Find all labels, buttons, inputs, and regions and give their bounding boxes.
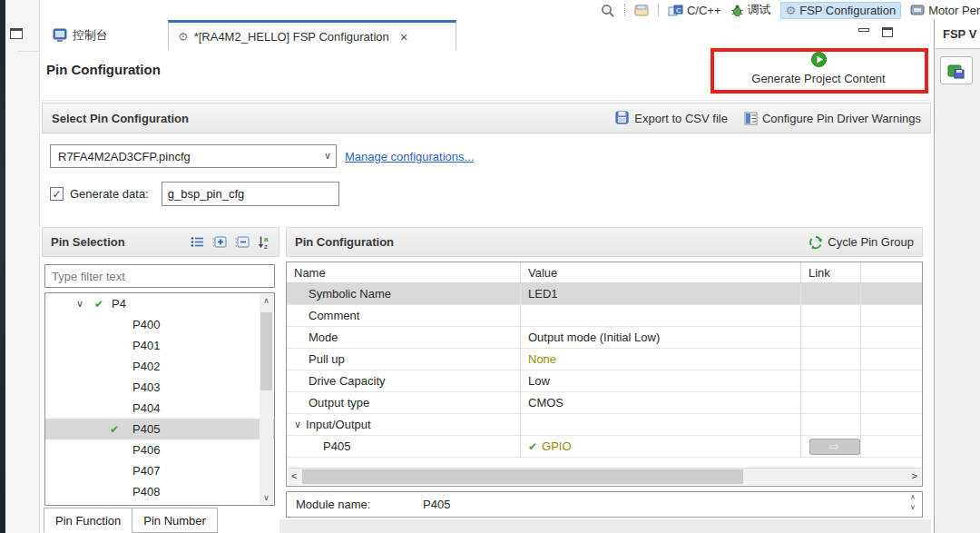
pin-tree[interactable]: ∨ ✔ P4 P400 P401 P402 P403 P404 ✔ P405 P…	[44, 292, 275, 506]
collapse-all-icon[interactable]	[235, 235, 250, 249]
cpp-perspective-icon: C	[668, 4, 683, 17]
tree-item-p401[interactable]: P401	[45, 335, 274, 356]
minimized-view-bar	[5, 0, 40, 533]
cycle-pin-group-label: Cycle Pin Group	[828, 235, 914, 249]
tree-item-p405-selected[interactable]: ✔ P405	[45, 419, 274, 439]
divider	[18, 51, 38, 52]
export-csv-label: Export to CSV file	[634, 112, 728, 125]
export-to-csv-button[interactable]: Export to CSV file	[615, 111, 728, 125]
tree-item-p408[interactable]: P408	[45, 481, 274, 502]
tree-item-p400[interactable]: P400	[45, 314, 274, 335]
table-horizontal-scrollbar[interactable]: < >	[288, 468, 921, 485]
generate-project-content-button[interactable]: Generate Project Content	[716, 52, 921, 85]
table-row[interactable]: Symbolic Name LED1	[287, 283, 922, 305]
row-name: Mode	[287, 327, 521, 348]
bug-icon	[730, 4, 744, 17]
restore-view-icon[interactable]	[10, 28, 23, 39]
scroll-up-icon[interactable]: ∧	[260, 296, 273, 305]
cycle-pin-group-button[interactable]: Cycle Pin Group	[808, 235, 914, 250]
row-value[interactable]: Low	[521, 370, 801, 391]
table-row[interactable]: Pull up None	[287, 349, 922, 370]
check-icon: ✔	[110, 423, 119, 436]
tree-item-label: P4	[112, 297, 126, 311]
pin-view-tabs: Pin Function Pin Number	[44, 508, 218, 533]
tab-fsp-configuration[interactable]: ⚙ *[RA4M2_HELLO] FSP Configuration ×	[168, 20, 456, 50]
tree-item-label: P407	[132, 464, 160, 478]
table-header-row: Name Value Link	[287, 262, 922, 283]
tab-fsp-view[interactable]: FSP V	[935, 20, 980, 49]
tab-console[interactable]: 控制台	[44, 20, 166, 50]
tree-item-p404[interactable]: P404	[45, 398, 274, 419]
row-value[interactable]: None	[521, 349, 801, 370]
row-value[interactable]: Output mode (Initial Low)	[521, 327, 801, 348]
link-arrow-button[interactable]: ⇨	[809, 439, 860, 455]
scrollbar-thumb[interactable]	[260, 312, 272, 390]
save-perspective-icon[interactable]	[634, 4, 649, 17]
pin-selection-header: Pin Selection az	[42, 227, 279, 257]
fsp-view-save-button[interactable]	[940, 56, 973, 84]
expand-all-icon[interactable]	[212, 235, 227, 249]
tree-item-p4[interactable]: ∨ ✔ P4	[45, 293, 274, 314]
pin-configuration-select[interactable]: R7FA4M2AD3CFP.pincfg ∨	[50, 144, 337, 168]
chevron-down-icon: ∨	[324, 150, 331, 162]
table-row[interactable]: Output type CMOS	[287, 392, 922, 414]
scroll-down-icon[interactable]: ∨	[260, 493, 273, 502]
spinner-down-icon[interactable]: ∨	[910, 504, 916, 514]
search-icon[interactable]	[600, 3, 615, 18]
sort-az-icon[interactable]: az	[258, 235, 270, 249]
scrollbar-thumb[interactable]	[302, 469, 743, 484]
generate-data-checkbox[interactable]: ✓	[50, 187, 64, 201]
tree-expanded-icon[interactable]: ∨	[76, 298, 83, 310]
table-row[interactable]: Mode Output mode (Initial Low)	[287, 327, 922, 349]
tree-item-p403[interactable]: P403	[45, 377, 274, 398]
toolbar-separator	[624, 4, 625, 16]
manage-configurations-link[interactable]: Manage configurations...	[345, 150, 474, 163]
scroll-right-icon[interactable]: >	[912, 470, 917, 481]
row-value[interactable]: ✔ GPIO	[521, 436, 801, 457]
pin-configuration-editor: Pin Configuration Generate Project Conte…	[40, 50, 934, 533]
row-name: Drive Capacity	[287, 370, 521, 391]
column-header-value[interactable]: Value	[521, 262, 801, 282]
pin-filter-input[interactable]	[44, 264, 275, 288]
cycle-icon	[808, 235, 823, 250]
tree-item-p407[interactable]: P407	[45, 460, 274, 481]
perspective-motor[interactable]: Motor Persp	[910, 4, 980, 17]
tree-item-p406[interactable]: P406	[45, 439, 274, 460]
tab-pin-number[interactable]: Pin Number	[132, 508, 218, 533]
table-row[interactable]: Comment	[287, 305, 922, 327]
perspective-debug[interactable]: 调试	[730, 2, 771, 18]
row-extra	[861, 370, 920, 391]
console-icon	[53, 28, 67, 42]
tree-item-p402[interactable]: P402	[45, 356, 274, 377]
row-value[interactable]	[521, 414, 801, 435]
table-row-group[interactable]: ∨ Input/Output	[287, 414, 922, 436]
row-value[interactable]: CMOS	[521, 392, 801, 413]
column-header-name[interactable]: Name	[287, 262, 521, 282]
gear-icon: ⚙	[786, 5, 797, 16]
tab-pin-function[interactable]: Pin Function	[44, 508, 132, 533]
row-value[interactable]	[521, 305, 801, 326]
tree-expanded-icon[interactable]: ∨	[294, 419, 301, 430]
maximize-icon[interactable]	[882, 27, 893, 37]
configure-pin-driver-warnings-button[interactable]: Configure Pin Driver Warnings	[744, 112, 921, 125]
tab-fsp-label: *[RA4M2_HELLO] FSP Configuration	[194, 30, 389, 44]
column-header-link[interactable]: Link	[801, 262, 861, 282]
scroll-left-icon[interactable]: <	[291, 470, 297, 481]
tree-scrollbar[interactable]: ∧ ∨	[260, 294, 273, 504]
close-icon[interactable]: ×	[400, 29, 408, 44]
generate-data-input[interactable]	[162, 182, 339, 206]
tree-item-p409[interactable]: P409	[45, 502, 274, 506]
module-spinner[interactable]: ∧ ∨	[906, 494, 919, 514]
row-value[interactable]: LED1	[521, 283, 801, 304]
perspective-fsp-configuration[interactable]: ⚙ FSP Configuration	[780, 2, 902, 19]
minimize-icon[interactable]	[858, 28, 869, 32]
perspective-cpp[interactable]: C C/C++	[668, 4, 721, 17]
row-extra	[861, 392, 920, 413]
tree-item-label: P406	[132, 443, 160, 457]
table-row-p405[interactable]: P405 ✔ GPIO ⇨	[287, 436, 922, 458]
configure-warnings-label: Configure Pin Driver Warnings	[762, 112, 921, 125]
list-view-icon[interactable]	[191, 236, 204, 248]
table-row[interactable]: Drive Capacity Low	[287, 370, 922, 392]
row-name: Comment	[287, 305, 521, 326]
module-name-row: Module name: P405 ∧ ∨	[286, 491, 923, 518]
